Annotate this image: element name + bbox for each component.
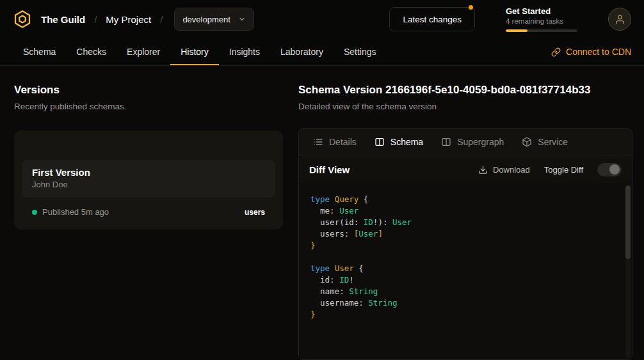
- tab-schema[interactable]: Schema: [13, 38, 66, 65]
- code-scrollbar-thumb[interactable]: [625, 185, 631, 259]
- toggle-diff-label: Toggle Diff: [544, 165, 583, 175]
- tab-schema-view-label: Schema: [390, 137, 423, 147]
- get-started-widget[interactable]: Get Started 4 remaining tasks: [506, 6, 577, 32]
- tab-explorer[interactable]: Explorer: [117, 38, 170, 65]
- service-badge: users: [245, 208, 265, 217]
- version-author: John Doe: [32, 180, 265, 189]
- latest-changes-button[interactable]: Latest changes: [389, 7, 475, 31]
- toggle-knob: [609, 164, 620, 175]
- tab-settings[interactable]: Settings: [334, 38, 387, 65]
- tab-service-label: Service: [538, 137, 568, 147]
- breadcrumb: The Guild / My Project /: [41, 14, 163, 25]
- versions-panel: Versions Recently published schemas. Fir…: [14, 84, 283, 360]
- main-content: Versions Recently published schemas. Fir…: [0, 66, 644, 360]
- version-card: First Version John Doe Published 5m ago …: [14, 130, 283, 230]
- version-name: First Version: [32, 167, 265, 178]
- latest-changes-label: Latest changes: [403, 15, 462, 24]
- breadcrumb-separator: /: [94, 14, 97, 25]
- connect-to-cdn-label: Connect to CDN: [566, 47, 631, 57]
- panels-icon: [441, 137, 451, 147]
- tab-laboratory[interactable]: Laboratory: [270, 38, 334, 65]
- breadcrumb-project[interactable]: My Project: [106, 14, 151, 25]
- avatar-button[interactable]: [608, 8, 631, 31]
- chevron-down-icon: [238, 15, 246, 23]
- download-label: Download: [493, 165, 530, 175]
- breadcrumb-separator: /: [160, 14, 163, 25]
- tab-insights[interactable]: Insights: [219, 38, 270, 65]
- version-list-item[interactable]: First Version John Doe: [22, 160, 275, 198]
- header-actions: Latest changes Get Started 4 remaining t…: [389, 6, 631, 32]
- connect-to-cdn-button[interactable]: Connect to CDN: [551, 38, 631, 65]
- download-icon: [478, 165, 488, 175]
- tab-details-label: Details: [329, 137, 357, 147]
- diff-toggle-switch[interactable]: [597, 163, 622, 176]
- version-detail-panel: Schema Version 2166196f-5e10-4059-bd0a-0…: [298, 84, 632, 360]
- environment-select[interactable]: development: [174, 8, 254, 31]
- breadcrumb-org[interactable]: The Guild: [41, 14, 85, 25]
- hive-logo[interactable]: [13, 10, 32, 29]
- tab-supergraph-label: Supergraph: [457, 137, 504, 147]
- get-started-subtitle: 4 remaining tasks: [506, 17, 577, 25]
- diff-actions: Download Toggle Diff: [478, 163, 622, 176]
- tab-service[interactable]: Service: [513, 129, 577, 155]
- panels-icon: [374, 137, 385, 147]
- get-started-progress-fill: [506, 29, 527, 32]
- version-status: Published 5m ago: [42, 207, 109, 217]
- schema-version-title: Schema Version 2166196f-5e10-4059-bd0a-0…: [298, 84, 632, 97]
- box-icon: [522, 137, 532, 147]
- get-started-title: Get Started: [506, 6, 577, 16]
- main-nav: Schema Checks Explorer History Insights …: [0, 38, 644, 66]
- diff-toolbar: Diff View Download Toggle Diff: [299, 155, 632, 184]
- diff-view-title: Diff View: [309, 164, 350, 175]
- versions-title: Versions: [14, 84, 283, 97]
- link-icon: [551, 47, 561, 57]
- environment-select-value: development: [182, 15, 230, 24]
- tab-checks[interactable]: Checks: [66, 38, 117, 65]
- user-icon: [615, 14, 625, 25]
- code-block[interactable]: type Query { me: User user(id: ID!): Use…: [299, 184, 632, 359]
- list-icon: [313, 137, 323, 147]
- tab-history[interactable]: History: [170, 38, 219, 65]
- code-content: type Query { me: User user(id: ID!): Use…: [299, 184, 632, 331]
- published-status-dot: [32, 210, 37, 215]
- app-header: The Guild / My Project / development Lat…: [0, 0, 644, 38]
- tab-schema-view[interactable]: Schema: [366, 129, 432, 155]
- download-button[interactable]: Download: [478, 165, 530, 175]
- schema-detail-box: Details Schema Supergraph: [298, 128, 632, 360]
- tab-details[interactable]: Details: [304, 129, 366, 155]
- versions-subtitle: Recently published schemas.: [14, 102, 283, 111]
- hive-hexagon-icon: [13, 10, 32, 29]
- notification-dot: [469, 5, 473, 10]
- schema-version-subtitle: Detailed view of the schema version: [298, 102, 632, 111]
- tab-supergraph[interactable]: Supergraph: [432, 129, 513, 155]
- get-started-progress-bar: [506, 29, 577, 32]
- detail-tabs: Details Schema Supergraph: [299, 129, 632, 155]
- code-scrollbar[interactable]: [625, 185, 631, 357]
- version-meta-row: Published 5m ago users: [22, 198, 275, 217]
